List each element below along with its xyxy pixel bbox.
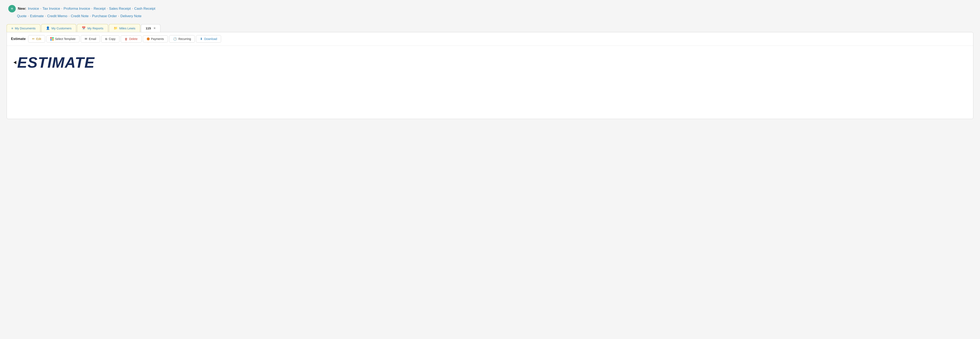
new-document-row2: Quote · Estimate · Credit Memo · Credit … [15, 14, 974, 18]
link-delivery-note[interactable]: Delivery Note [120, 14, 142, 18]
select-template-label: Select Template [55, 37, 76, 41]
edit-button[interactable]: ✏ Edit [28, 35, 45, 43]
tab-my-reports-label: My Reports [88, 27, 103, 30]
recurring-button[interactable]: 🕐 Recurring [169, 35, 195, 43]
tab-my-documents-label: My Documents [15, 27, 36, 30]
copy-button-label: Copy [109, 37, 116, 41]
download-icon: ⬇ [200, 37, 203, 41]
tabs-row: ≡ My Documents 👤 My Customers 📅 My Repor… [6, 24, 974, 32]
plus-icon: + [11, 6, 13, 11]
document-toolbar: Estimate ✏ Edit Select Template ✉ Email … [7, 32, 973, 46]
link-sales-receipt[interactable]: Sales Receipt [109, 6, 131, 11]
delete-button-label: Delete [129, 37, 137, 41]
link-purchase-order[interactable]: Purchase Order [92, 14, 117, 18]
download-button-label: Download [204, 37, 217, 41]
email-icon: ✉ [85, 37, 88, 41]
email-button[interactable]: ✉ Email [81, 35, 100, 43]
link-proforma-invoice[interactable]: Proforma Invoice [64, 6, 90, 11]
folder-icon: 📁 [114, 26, 118, 30]
recurring-button-label: Recurring [178, 37, 191, 41]
mouse-cursor: ESTIMATE [17, 54, 95, 71]
recurring-icon: 🕐 [173, 37, 177, 41]
tab-my-customers[interactable]: 👤 My Customers [41, 24, 76, 32]
main-content-area: Estimate ✏ Edit Select Template ✉ Email … [6, 32, 974, 119]
new-document-row1: + New: Invoice · Tax Invoice · Proforma … [6, 5, 974, 13]
payments-button-label: Payments [151, 37, 164, 41]
select-template-button[interactable]: Select Template [46, 35, 80, 43]
tab-115[interactable]: 115 ✕ [141, 24, 161, 32]
link-invoice[interactable]: Invoice [28, 6, 39, 11]
edit-icon: ✏ [32, 37, 35, 41]
estimate-heading: ESTIMATE [17, 54, 95, 71]
tab-miles-lewis[interactable]: 📁 Miles Lewis [109, 24, 140, 32]
delete-button[interactable]: 🗑 Delete [121, 35, 142, 43]
payments-button[interactable]: Payments [143, 35, 168, 43]
download-button[interactable]: ⬇ Download [196, 35, 221, 43]
document-type-label: Estimate [11, 37, 25, 41]
list-icon: ≡ [11, 27, 13, 30]
link-estimate[interactable]: Estimate [30, 14, 44, 18]
document-body: ESTIMATE [7, 46, 973, 79]
delete-icon: 🗑 [125, 37, 128, 41]
reports-icon: 📅 [82, 26, 86, 30]
template-icon [50, 37, 54, 41]
new-document-button[interactable]: + [8, 5, 16, 13]
copy-icon: ⧉ [105, 37, 107, 41]
tab-close-icon[interactable]: ✕ [153, 27, 156, 30]
payments-dot-icon [147, 37, 150, 40]
link-credit-note[interactable]: Credit Note [71, 14, 89, 18]
link-receipt[interactable]: Receipt [94, 6, 106, 11]
tab-my-reports[interactable]: 📅 My Reports [77, 24, 108, 32]
link-cash-receipt[interactable]: Cash Receipt [134, 6, 155, 11]
link-tax-invoice[interactable]: Tax Invoice [43, 6, 60, 11]
link-quote[interactable]: Quote [17, 14, 27, 18]
tab-115-label: 115 [146, 27, 151, 30]
tab-my-documents[interactable]: ≡ My Documents [6, 24, 40, 32]
new-label: New: [18, 6, 26, 11]
link-credit-memo[interactable]: Credit Memo [47, 14, 67, 18]
customers-icon: 👤 [46, 26, 50, 30]
copy-button[interactable]: ⧉ Copy [101, 35, 119, 43]
tab-miles-lewis-label: Miles Lewis [119, 27, 135, 30]
edit-button-label: Edit [36, 37, 41, 41]
email-button-label: Email [89, 37, 96, 41]
tab-my-customers-label: My Customers [51, 27, 72, 30]
